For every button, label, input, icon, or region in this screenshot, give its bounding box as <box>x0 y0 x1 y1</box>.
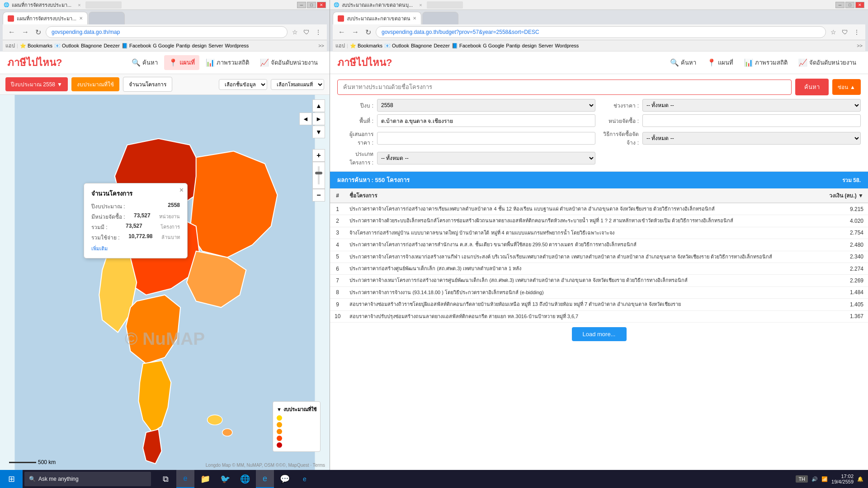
forward-btn-left[interactable]: → <box>20 27 31 37</box>
maximize-btn-left[interactable]: □ <box>307 2 316 8</box>
filter-type-select[interactable]: -- ทั้งหมด -- <box>377 152 595 164</box>
results-table[interactable]: # ชื่อโครงการ วงเงิน (ลบ.) ▼ 1 ประกวดราค… <box>330 188 868 470</box>
explorer-btn[interactable]: 📁 <box>196 470 214 488</box>
table-row[interactable]: 3 จ้างโครงการก่อสร้างหมู่บ้าน แบบบาดาลขน… <box>330 227 868 239</box>
close-btn-right[interactable]: ✕ <box>855 2 864 8</box>
taskbar-time[interactable]: 17:02 19/4/2559 <box>831 474 854 484</box>
bookmark-pantip[interactable]: Pantip <box>176 43 190 48</box>
taskbar-notification-icon[interactable]: 🔔 <box>857 476 863 482</box>
more-action-right[interactable]: ⋮ <box>852 28 862 37</box>
filter-year-select[interactable]: 2558 <box>377 99 595 112</box>
bookmark-facebook[interactable]: 📘 Facebook <box>122 43 151 49</box>
table-row[interactable]: 4 ประกวดราคาจ้างโครงการก่อสร้างอาคารสำนั… <box>330 239 868 251</box>
map-mode-select[interactable]: เลือกโหมดแผนที่ <box>271 79 324 90</box>
tab-close-left[interactable]: ✕ <box>79 16 83 21</box>
start-btn[interactable]: ⊞ <box>0 470 23 488</box>
load-more-btn[interactable]: Load more... <box>572 327 627 341</box>
tab-close-right[interactable]: ✕ <box>413 16 416 21</box>
bookmark-design-r[interactable]: design <box>522 43 537 48</box>
col-amount-header[interactable]: วงเงิน (ลบ.) ▼ <box>825 188 868 203</box>
minimize-btn-right[interactable]: ─ <box>835 2 844 8</box>
ie2-btn[interactable]: e <box>296 470 314 488</box>
edge-btn[interactable]: e <box>176 470 194 488</box>
bookmark-apps-r[interactable]: แอป <box>335 42 345 50</box>
bookmark-wordpress-r[interactable]: Wordpress <box>555 43 579 48</box>
zoom-in-btn[interactable]: + <box>312 149 325 162</box>
bookmark-deezer-r[interactable]: Deezer <box>434 43 449 48</box>
bookmark-blagnone[interactable]: Blagnone <box>81 43 102 48</box>
table-row[interactable]: 6 ประกวดราคาก่อสร้างศูนย์พัฒนาเด็กเล็ก (… <box>330 263 868 274</box>
filter-range-select[interactable]: -- ทั้งหมด -- <box>642 99 861 112</box>
tab-inactive-right[interactable] <box>422 12 458 24</box>
bookmark-more-r[interactable]: >> <box>857 43 863 48</box>
table-row[interactable]: 5 ประกวดราคาจ้างโครงการจ้างเหมาก่อสร้างล… <box>330 251 868 263</box>
bookmark-deezer[interactable]: Deezer <box>104 43 119 48</box>
shield-action-right[interactable]: 🛡 <box>840 28 850 37</box>
map-nav-left[interactable]: ◄ <box>299 113 312 125</box>
map-nav-up[interactable]: ▲ <box>312 99 325 112</box>
search-input-main[interactable] <box>337 80 792 95</box>
table-row[interactable]: 1 ประกวดราคาจ้างโครงการก่อสร้างอาคารเรีย… <box>330 203 868 215</box>
bookmark-more[interactable]: >> <box>318 43 324 48</box>
filter-area-input[interactable] <box>377 114 595 127</box>
bookmark-outlook[interactable]: 📧 Outlook <box>54 43 79 49</box>
bookmark-google-r[interactable]: G Google <box>483 43 504 48</box>
legend-toggle-icon[interactable]: ▼ <box>277 407 282 412</box>
url-bar-right[interactable] <box>376 26 826 38</box>
chrome-btn[interactable]: 🌐 <box>236 470 254 488</box>
nav-search-right[interactable]: 🔍 ค้นหา <box>665 55 701 70</box>
forward-btn-right[interactable]: → <box>350 27 361 37</box>
url-bar-left[interactable] <box>46 26 288 38</box>
nav-rank-right[interactable]: 📈 จัดอันดับหน่วยงาน <box>794 55 861 70</box>
zoom-out-btn[interactable]: − <box>312 189 325 202</box>
taskbar-volume-icon[interactable]: 🔊 <box>811 476 818 482</box>
taskbar-lang[interactable]: TH <box>796 475 808 483</box>
table-row[interactable]: 10 สอบราคาจ้างปรับปรุงซ่อมสร้างถนนลาดยาง… <box>330 310 868 322</box>
refresh-btn-right[interactable]: ↻ <box>363 27 373 38</box>
taskbar-search[interactable]: 🔍 Ask me anything <box>24 472 151 486</box>
tab-active-right[interactable]: งบประมาณและกดาเขตอาดนบุ... ✕ <box>333 12 421 24</box>
nav-rank-left[interactable]: 📈 จัดอันดับหน่วยงาน <box>255 55 322 70</box>
budget-btn[interactable]: งบประมาณที่ใช้ <box>71 77 119 91</box>
map-nav-right[interactable]: ► <box>312 113 325 125</box>
tab-active-left[interactable]: แผนที่การจัดสรรงบประมา... ✕ <box>3 12 88 24</box>
popup-more-link[interactable]: เพิ่มเติม <box>91 244 180 253</box>
tab-inactive-left[interactable] <box>89 12 125 24</box>
bookmark-action-right[interactable]: ☆ <box>829 28 838 37</box>
shield-action-left[interactable]: 🛡 <box>302 28 311 37</box>
projects-btn[interactable]: จำนวนโครงการ <box>123 77 172 92</box>
table-row[interactable]: 8 ประกวดราคาจ้างการจ้างงาน (93.14.18.00 … <box>330 286 868 298</box>
taskbar-network-icon[interactable]: 📶 <box>821 476 828 482</box>
table-row[interactable]: 9 สอบราคาจ้างซ่อมสร้างถิวราชโดยปูผิแอสฟั… <box>330 299 868 310</box>
site-logo-right[interactable]: ภาษีไปไหน? <box>337 55 392 70</box>
line-btn[interactable]: 💬 <box>276 470 294 488</box>
nav-stats-right[interactable]: 📊 ภาพรวมสถิติ <box>740 55 792 70</box>
ie-btn[interactable]: e <box>256 470 274 488</box>
bookmark-bookmarks-r[interactable]: ⭐ Bookmarks <box>350 43 382 49</box>
more-action-left[interactable]: ⋮ <box>313 28 323 37</box>
bookmark-pantip-r[interactable]: Pantip <box>506 43 520 48</box>
refresh-btn-left[interactable]: ↻ <box>33 27 43 38</box>
bookmark-design[interactable]: design <box>192 43 207 48</box>
nav-map-left[interactable]: 📍 แผนที่ <box>164 55 199 70</box>
nav-map-right[interactable]: 📍 แผนที่ <box>703 55 738 70</box>
filter-buyer-input[interactable] <box>642 114 861 127</box>
popup-close-btn[interactable]: × <box>179 186 184 194</box>
site-logo-left[interactable]: ภาษีไปไหน? <box>7 55 62 70</box>
map-nav-down[interactable]: ▼ <box>312 126 325 138</box>
bookmark-action-left[interactable]: ☆ <box>290 28 300 37</box>
back-btn-right[interactable]: ← <box>336 27 347 37</box>
bookmark-outlook-r[interactable]: 📧 Outlook <box>384 43 409 49</box>
twitter-btn[interactable]: 🐦 <box>216 470 234 488</box>
nav-stats-left[interactable]: 📊 ภาพรวมสถิติ <box>201 55 254 70</box>
bookmark-bookmarks[interactable]: ⭐ Bookmarks <box>20 43 52 49</box>
maximize-btn-right[interactable]: □ <box>845 2 854 8</box>
back-btn-left[interactable]: ← <box>6 27 17 37</box>
year-btn[interactable]: ปีงบประมาณ 2558 ▼ <box>5 77 68 91</box>
search-btn[interactable]: ค้นหา <box>795 79 829 95</box>
bookmark-apps[interactable]: แอป <box>5 42 15 50</box>
minimize-btn-left[interactable]: ─ <box>297 2 306 8</box>
bookmark-server[interactable]: Server <box>208 43 223 48</box>
close-btn-left[interactable]: ✕ <box>317 2 326 8</box>
filter-method-select[interactable]: -- ทั้งหมด -- <box>642 132 861 145</box>
